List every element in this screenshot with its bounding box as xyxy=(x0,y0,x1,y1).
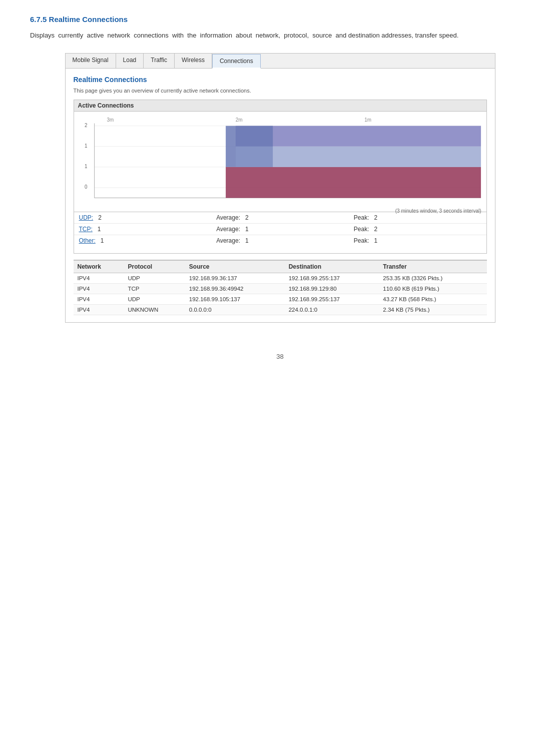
main-panel: Mobile Signal Load Traffic Wireless Conn… xyxy=(65,53,495,323)
section-description: Displays currently active network connec… xyxy=(30,31,530,41)
udp-label: UDP: xyxy=(79,214,94,221)
svg-text:2m: 2m xyxy=(235,117,242,123)
tab-bar: Mobile Signal Load Traffic Wireless Conn… xyxy=(66,54,495,69)
connections-table: Network Protocol Source Destination Tran… xyxy=(74,260,487,315)
col-protocol: Protocol xyxy=(124,260,185,273)
table-row: IPV4TCP192.168.99.36:49942192.168.99.129… xyxy=(74,283,487,294)
cell-source: 192.168.99.105:137 xyxy=(185,294,285,304)
tab-wireless[interactable]: Wireless xyxy=(175,54,212,68)
tab-traffic[interactable]: Traffic xyxy=(144,54,175,68)
active-connections-header: Active Connections xyxy=(74,100,486,112)
table-row: IPV4UNKNOWN0.0.0.0:0224.0.0.1:02.34 KB (… xyxy=(74,304,487,315)
svg-text:2: 2 xyxy=(85,122,88,128)
col-network: Network xyxy=(74,260,124,273)
chart-note: (3 minutes window, 3 seconds interval) xyxy=(77,207,483,215)
tcp-peak-label: Peak: 2 xyxy=(354,226,377,233)
udp-count: 2 xyxy=(95,214,102,221)
tcp-count: 1 xyxy=(94,226,101,233)
cell-network: IPV4 xyxy=(74,273,124,283)
cell-source: 192.168.99.36:137 xyxy=(185,273,285,283)
connections-table-header-row: Network Protocol Source Destination Tran… xyxy=(74,260,487,273)
cell-protocol: UNKNOWN xyxy=(124,304,185,315)
svg-text:1: 1 xyxy=(85,143,88,148)
cell-source: 192.168.99.36:49942 xyxy=(185,283,285,294)
cell-protocol: UDP xyxy=(124,273,185,283)
svg-text:0: 0 xyxy=(85,184,88,190)
page-number: 38 xyxy=(30,353,530,360)
active-connections-box: Active Connections 2 1 1 0 3m 2m 1m xyxy=(74,100,487,254)
col-source: Source xyxy=(185,260,285,273)
connections-chart: 2 1 1 0 3m 2m 1m xyxy=(77,116,483,206)
cell-network: IPV4 xyxy=(74,283,124,294)
stats-row-other: Other: 1 Average: 1 Peak: 1 xyxy=(74,235,486,246)
col-transfer: Transfer xyxy=(379,260,486,273)
cell-transfer: 110.60 KB (619 Pkts.) xyxy=(379,283,486,294)
udp-peak-label: Peak: 2 xyxy=(354,214,377,221)
svg-text:3m: 3m xyxy=(107,117,114,123)
svg-text:1m: 1m xyxy=(364,117,371,123)
cell-destination: 224.0.0.1:0 xyxy=(285,304,379,315)
cell-network: IPV4 xyxy=(74,294,124,304)
cell-transfer: 43.27 KB (568 Pkts.) xyxy=(379,294,486,304)
table-row: IPV4UDP192.168.99.36:137192.168.99.255:1… xyxy=(74,273,487,283)
tab-connections[interactable]: Connections xyxy=(212,54,261,69)
table-row: IPV4UDP192.168.99.105:137192.168.99.255:… xyxy=(74,294,487,304)
other-average-label: Average: 1 xyxy=(216,237,249,244)
other-count: 1 xyxy=(97,237,104,244)
svg-text:1: 1 xyxy=(85,164,88,169)
cell-destination: 192.168.99.255:137 xyxy=(285,294,379,304)
other-peak-label: Peak: 1 xyxy=(354,237,377,244)
tab-load[interactable]: Load xyxy=(116,54,144,68)
udp-average-label: Average: 2 xyxy=(216,214,249,221)
tcp-average-label: Average: 1 xyxy=(216,226,249,233)
stats-row-tcp: TCP: 1 Average: 1 Peak: 2 xyxy=(74,223,486,235)
cell-destination: 192.168.99.255:137 xyxy=(285,273,379,283)
cell-protocol: TCP xyxy=(124,283,185,294)
cell-protocol: UDP xyxy=(124,294,185,304)
col-destination: Destination xyxy=(285,260,379,273)
svg-rect-17 xyxy=(235,147,480,167)
chart-container: 2 1 1 0 3m 2m 1m xyxy=(74,112,486,212)
cell-destination: 192.168.99.129:80 xyxy=(285,283,379,294)
cell-transfer: 253.35 KB (3326 Pkts.) xyxy=(379,273,486,283)
panel-body: Realtime Connections This page gives you… xyxy=(66,69,495,322)
panel-description: This page gives you an overview of curre… xyxy=(74,88,487,94)
other-label: Other: xyxy=(79,237,96,244)
cell-transfer: 2.34 KB (75 Pkts.) xyxy=(379,304,486,315)
section-title: 6.7.5 Realtime Connections xyxy=(30,15,530,24)
cell-network: IPV4 xyxy=(74,304,124,315)
panel-heading: Realtime Connections xyxy=(74,76,487,84)
tcp-label: TCP: xyxy=(79,226,93,233)
cell-source: 0.0.0.0:0 xyxy=(185,304,285,315)
svg-rect-16 xyxy=(226,167,481,198)
tab-mobile-signal[interactable]: Mobile Signal xyxy=(66,54,116,68)
stats-table: UDP: 2 Average: 2 Peak: 2 TCP: 1 xyxy=(74,212,486,246)
